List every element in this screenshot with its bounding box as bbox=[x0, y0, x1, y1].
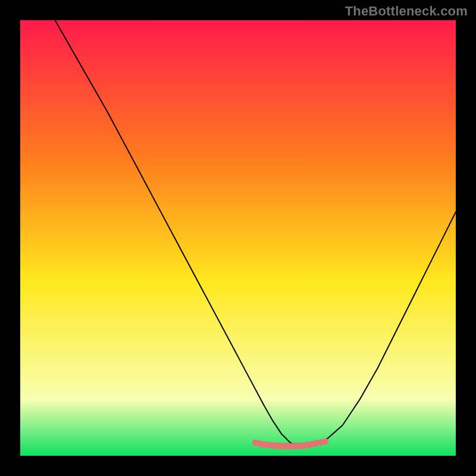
gradient-background bbox=[20, 20, 456, 456]
plot-area bbox=[20, 20, 456, 456]
chart-svg bbox=[20, 20, 456, 456]
watermark-text: TheBottleneck.com bbox=[345, 4, 468, 19]
marker-dot bbox=[322, 438, 328, 444]
chart-frame: TheBottleneck.com bbox=[0, 0, 476, 476]
